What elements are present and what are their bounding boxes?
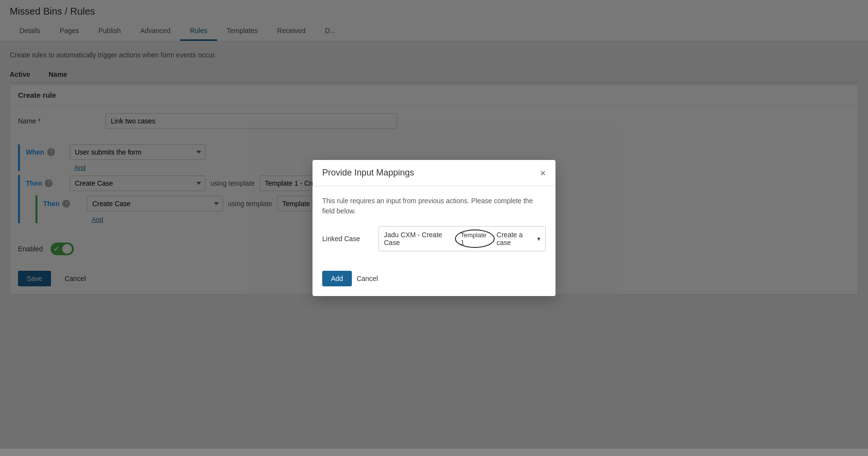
modal-description: This rule requires an input from previou… [322,196,546,216]
linked-case-oval: Template 1 [455,229,495,248]
modal-field-row: Linked Case Jadu CXM - Create Case Templ… [322,226,546,251]
modal-title: Provide Input Mappings [322,168,414,178]
modal-cancel-button[interactable]: Cancel [357,275,378,282]
modal-body: This rule requires an input from previou… [312,186,556,271]
modal-close-button[interactable]: × [540,168,546,178]
linked-case-dropdown-icon[interactable]: ▾ [537,235,540,243]
modal-header: Provide Input Mappings × [312,160,556,186]
linked-case-display: Jadu CXM - Create Case Template 1 Create… [379,226,546,251]
linked-case-prefix: Jadu CXM - Create Case [384,231,453,246]
linked-case-label: Linked Case [322,235,371,243]
linked-case-suffix: Create a case [497,231,535,246]
modal-overlay: Provide Input Mappings × This rule requi… [0,0,868,449]
linked-case-field: Jadu CXM - Create Case Template 1 Create… [379,226,546,251]
modal-footer: Add Cancel [312,271,556,296]
modal: Provide Input Mappings × This rule requi… [312,160,556,296]
modal-add-button[interactable]: Add [322,271,352,286]
